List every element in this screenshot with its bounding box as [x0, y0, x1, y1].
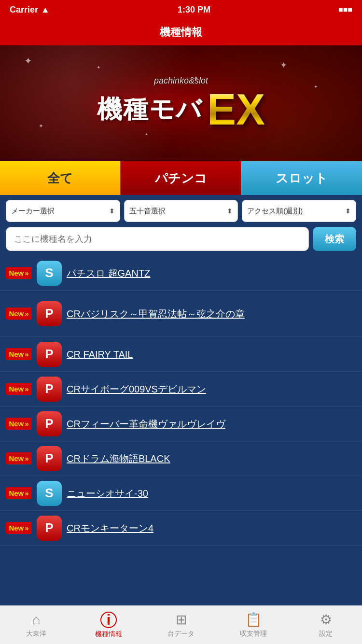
banner-ex: EX	[207, 88, 265, 131]
new-badge: New	[6, 452, 32, 464]
table-icon: ⊞	[176, 612, 187, 628]
tab-slot-label: スロット	[276, 170, 328, 187]
type-icon-pachinko: P	[37, 446, 62, 471]
tab-revenue-label: 収支管理	[240, 630, 267, 638]
tab-all-label: 全て	[47, 170, 73, 187]
tab-machine-info[interactable]: i 機種情報	[72, 606, 145, 644]
tab-pachinko-label: パチンコ	[155, 170, 207, 187]
list-item[interactable]: New S パチスロ 超GANTZ	[0, 256, 362, 291]
type-icon-pachinko: P	[37, 301, 62, 326]
list-item[interactable]: New P CRフィーバー革命機ヴァルヴレイヴ	[0, 406, 362, 441]
search-button[interactable]: 検索	[313, 227, 356, 251]
list-item[interactable]: New P CRバジリスク～甲賀忍法帖～弦之介の章	[0, 291, 362, 337]
new-badge: New	[6, 348, 32, 360]
search-input[interactable]	[6, 227, 309, 251]
gear-icon: ⚙	[320, 612, 332, 628]
star-decoration: ✦	[39, 123, 43, 129]
list-item[interactable]: New P CRモンキーターン4	[0, 511, 362, 546]
aiueo-select[interactable]: 五十音選択 ⬍	[124, 200, 238, 222]
aiueo-label: 五十音選択	[129, 207, 166, 216]
item-title: CRバジリスク～甲賀忍法帖～弦之介の章	[67, 308, 356, 320]
type-icon-slot: S	[37, 481, 62, 506]
access-arrow-icon: ⬍	[345, 207, 351, 215]
filter-row: メーカー選択 ⬍ 五十音選択 ⬍ アクセス順(週別) ⬍	[0, 195, 362, 227]
wifi-icon: ▲	[41, 5, 50, 15]
item-title: CRサイボーグ009VSデビルマン	[67, 383, 356, 395]
type-icon-pachinko: P	[37, 516, 62, 541]
tab-all[interactable]: 全て	[0, 161, 120, 195]
tab-dai-data-label: 台データ	[167, 630, 195, 638]
tab-daitouyo[interactable]: ⌂ 大東洋	[0, 606, 72, 644]
star-decoration: ✦	[280, 60, 287, 70]
star-decoration: ✦	[145, 132, 148, 137]
tab-bar: ⌂ 大東洋 i 機種情報 ⊞ 台データ 📋 収支管理 ⚙ 設定	[0, 605, 362, 644]
tab-settings-label: 設定	[319, 630, 333, 638]
new-badge: New	[6, 522, 32, 534]
list-item[interactable]: New P CRサイボーグ009VSデビルマン	[0, 372, 362, 406]
new-badge: New	[6, 267, 32, 279]
time-label: 1:30 PM	[50, 5, 338, 15]
star-decoration: ✦	[314, 84, 318, 89]
new-badge: New	[6, 308, 32, 320]
new-badge: New	[6, 383, 32, 395]
banner-subtitle: pachinko&slot	[97, 76, 265, 86]
star-decoration: ✦	[24, 55, 32, 67]
page-title: 機種情報	[160, 25, 202, 40]
banner-main-text: 機種モバ	[97, 93, 202, 126]
banner-title-row: 機種モバ EX	[97, 88, 265, 131]
carrier-wifi: Carrier ▲	[10, 5, 50, 15]
tab-revenue[interactable]: 📋 収支管理	[217, 606, 290, 644]
home-icon: ⌂	[32, 612, 41, 628]
item-title: CRドラム海物語BLACK	[67, 452, 356, 465]
item-title: CRフィーバー革命機ヴァルヴレイヴ	[67, 418, 356, 430]
tab-pachinko[interactable]: パチンコ	[120, 161, 241, 195]
star-decoration: ✦	[97, 65, 100, 70]
info-icon: i	[100, 612, 117, 628]
access-select[interactable]: アクセス順(週別) ⬍	[242, 200, 356, 222]
list-item[interactable]: New S ニューシオサイ-30	[0, 476, 362, 511]
new-badge: New	[6, 418, 32, 430]
search-row: 検索	[0, 227, 362, 256]
tab-dai-data[interactable]: ⊞ 台データ	[145, 606, 217, 644]
maker-label: メーカー選択	[11, 207, 55, 216]
category-tabs: 全て パチンコ スロット	[0, 161, 362, 195]
tab-machine-info-label: 機種情報	[95, 630, 122, 639]
type-icon-pachinko: P	[37, 342, 62, 367]
nav-bar: 機種情報	[0, 19, 362, 45]
new-badge: New	[6, 487, 32, 499]
carrier-label: Carrier	[10, 5, 38, 15]
tab-daitouyo-label: 大東洋	[26, 630, 46, 638]
item-title: CRモンキーターン4	[67, 522, 356, 534]
list-container: New S パチスロ 超GANTZ New P CRバジリスク～甲賀忍法帖～弦之…	[0, 256, 362, 550]
list-item[interactable]: New P CR FAIRY TAIL	[0, 337, 362, 372]
banner-content: pachinko&slot 機種モバ EX	[97, 76, 265, 131]
type-icon-pachinko: P	[37, 377, 62, 402]
aiueo-arrow-icon: ⬍	[227, 207, 233, 215]
item-title: CR FAIRY TAIL	[67, 348, 356, 361]
list-item[interactable]: New P CRドラム海物語BLACK	[0, 441, 362, 476]
item-title: パチスロ 超GANTZ	[67, 267, 356, 280]
maker-arrow-icon: ⬍	[109, 207, 115, 215]
calendar-icon: 📋	[245, 612, 262, 628]
access-label: アクセス順(週別)	[247, 207, 303, 216]
type-icon-slot: S	[37, 261, 62, 286]
banner: ✦ ✦ ✦ ✦ ✦ ✦ ✦ pachinko&slot 機種モバ EX	[0, 45, 362, 161]
type-icon-pachinko: P	[37, 411, 62, 436]
tab-settings[interactable]: ⚙ 設定	[290, 606, 362, 644]
item-title: ニューシオサイ-30	[67, 487, 356, 500]
tab-slot[interactable]: スロット	[241, 161, 362, 195]
battery-icon: ■■■	[338, 5, 352, 14]
status-bar: Carrier ▲ 1:30 PM ■■■	[0, 0, 362, 19]
maker-select[interactable]: メーカー選択 ⬍	[6, 200, 120, 222]
